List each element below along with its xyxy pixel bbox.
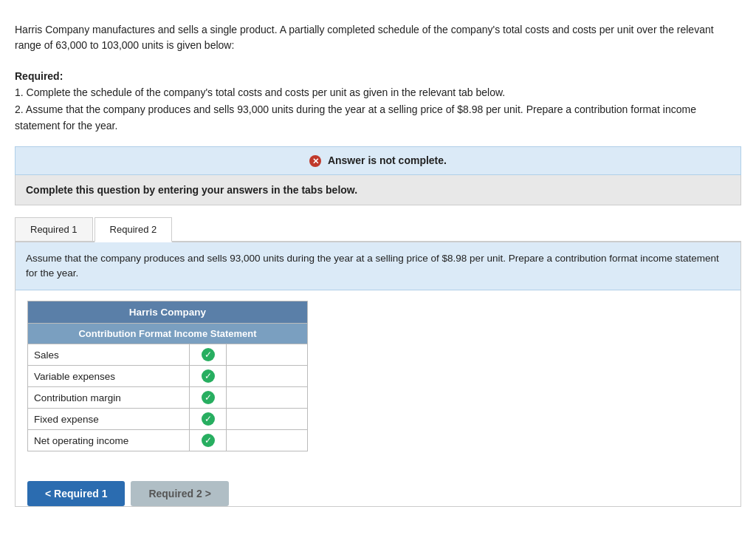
tab-description: Assume that the company produces and sel… xyxy=(16,242,740,291)
row-check: ✓ xyxy=(190,430,227,451)
required-heading: Required: xyxy=(15,70,63,82)
intro-paragraph: Harris Company manufactures and sells a … xyxy=(15,22,741,53)
income-statement-table: Harris Company Contribution Format Incom… xyxy=(27,301,308,451)
row-label: Fixed expense xyxy=(28,409,190,430)
table-row: Sales✓ xyxy=(28,344,308,366)
table-row: Variable expenses✓ xyxy=(28,366,308,387)
company-name-header: Harris Company xyxy=(28,301,308,324)
check-icon: ✓ xyxy=(202,369,215,383)
tab-content: Assume that the company produces and sel… xyxy=(15,242,741,508)
check-icon: ✓ xyxy=(202,391,215,404)
table-row: Fixed expense✓ xyxy=(28,409,308,430)
row-value[interactable] xyxy=(227,387,308,409)
row-label: Variable expenses xyxy=(28,366,190,387)
table-row: Contribution margin✓ xyxy=(28,387,308,409)
table-row: Net operating income✓ xyxy=(28,430,308,451)
check-icon: ✓ xyxy=(202,434,215,447)
row-check: ✓ xyxy=(190,387,227,409)
row-check: ✓ xyxy=(190,344,227,366)
next-button: Required 2 > xyxy=(131,481,228,506)
row-label: Contribution margin xyxy=(28,387,190,409)
answer-banner-message: Answer is not complete. xyxy=(328,154,447,166)
row-label: Net operating income xyxy=(28,430,190,451)
row-check: ✓ xyxy=(190,409,227,430)
check-icon: ✓ xyxy=(202,412,215,426)
tabs-row: Required 1 Required 2 xyxy=(15,217,741,242)
check-icon: ✓ xyxy=(202,348,215,361)
error-icon: ✕ xyxy=(309,155,321,167)
tabs-container: Required 1 Required 2 Assume that the co… xyxy=(15,217,741,508)
row-label: Sales xyxy=(28,344,190,366)
tab-required1[interactable]: Required 1 xyxy=(15,217,93,241)
row-check: ✓ xyxy=(190,366,227,387)
statement-title-header: Contribution Format Income Statement xyxy=(28,324,308,344)
tab-required2[interactable]: Required 2 xyxy=(94,217,173,242)
row-value[interactable] xyxy=(227,366,308,387)
row-value[interactable] xyxy=(227,344,308,366)
complete-banner-text: Complete this question by entering your … xyxy=(26,184,357,196)
answer-banner: ✕ Answer is not complete. xyxy=(15,146,741,175)
row-value[interactable] xyxy=(227,430,308,451)
required-item2: 2. Assume that the company produces and … xyxy=(15,103,696,132)
prev-button[interactable]: < Required 1 xyxy=(27,481,125,506)
complete-banner: Complete this question by entering your … xyxy=(15,175,741,205)
required-section: Required: 1. Complete the schedule of th… xyxy=(15,68,741,134)
income-table-wrapper: Harris Company Contribution Format Incom… xyxy=(16,290,740,466)
required-item1: 1. Complete the schedule of the company'… xyxy=(15,86,505,98)
row-value[interactable] xyxy=(227,409,308,430)
nav-buttons: < Required 1 Required 2 > xyxy=(16,481,740,506)
